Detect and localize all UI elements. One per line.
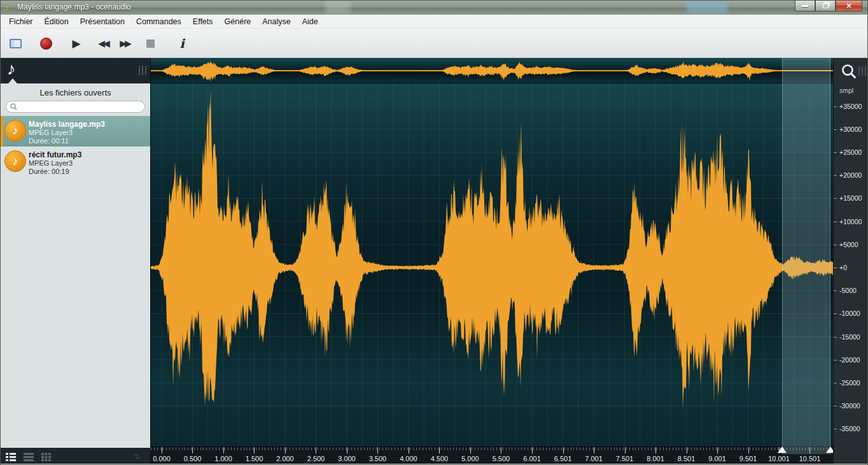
forward-icon: ▶▶ [120,39,130,48]
file-format: MPEG Layer3 [29,129,148,137]
play-icon: ▶ [72,38,80,49]
axis-tick-mark [834,129,837,130]
restore-button[interactable] [815,1,836,11]
sort-icon[interactable]: ⇅ [134,453,140,461]
axis-tick-label: -25000 [839,379,860,387]
play-button[interactable]: ▶ [68,35,85,52]
search-icon [10,103,17,110]
list-view-icon[interactable] [24,453,34,461]
selection-handle-left[interactable] [778,447,787,453]
axis-tick-label: +0 [839,264,847,271]
file-list: ♪Mayliss langage.mp3MPEG Layer3Durée: 00… [1,116,150,177]
axis-tick-label: -5000 [839,287,857,294]
selection-region[interactable] [782,58,831,454]
audio-file-icon: ♪ [4,150,26,172]
rewind-icon: ◀◀ [98,39,108,48]
music-note-icon[interactable]: ♪ [7,59,16,79]
ruler-time-label: 0.000 [153,455,171,462]
axis-tick-label: +10000 [839,218,862,225]
ruler-time-label: 9.001 [708,455,726,462]
overview-waveform [151,58,833,83]
file-item[interactable]: ♪récit futur.mp3MPEG Layer3Durée: 00:19 [1,147,150,177]
menu-item-analyse[interactable]: Analyse [256,15,296,28]
axis-tick-mark [834,106,837,107]
menu-item-présentation[interactable]: Présentation [74,15,130,28]
ruler-major-tick [192,447,193,454]
ruler-time-label: 4.000 [400,455,417,462]
stop-button[interactable] [142,35,158,52]
minimize-icon [802,5,808,7]
ruler-time-label: 8.001 [647,455,664,462]
axis-tick-label: -15000 [839,333,860,341]
ruler-major-tick [563,447,564,454]
axis-tick-label: -30000 [839,402,860,410]
ruler-major-tick [409,447,409,454]
sidebar-drag-grip[interactable] [139,66,146,75]
ruler-time-label: 7.001 [585,455,603,462]
axis-tick-mark [834,222,837,222]
ruler-major-tick [377,447,378,454]
grid-view-icon[interactable] [41,453,51,461]
file-duration: Durée: 00:11 [29,137,148,145]
ruler-major-tick [501,447,501,454]
sample-axis-panel[interactable]: smpl +35000+30000+25000+20000+15000+1000… [833,58,868,465]
time-ruler[interactable]: 0.0000.5001.0001.5002.0002.5003.0003.500… [151,447,833,465]
file-item[interactable]: ♪Mayliss langage.mp3MPEG Layer3Durée: 00… [1,116,150,147]
selection-tool-button[interactable] [7,35,24,52]
ruler-time-label: 3.000 [338,455,356,462]
axis-tick-mark [834,175,837,176]
toolbar: ▶ ◀◀ ▶▶ i -00:00 11.012 hr min sec 22050… [1,29,867,58]
forward-button[interactable]: ▶▶ [116,35,133,52]
restore-icon [823,3,829,8]
minimize-button[interactable] [795,1,815,11]
axis-tick-mark [834,245,837,245]
ruler-time-label: 9.501 [739,455,757,462]
ruler-time-label: 6.001 [523,455,541,462]
audio-file-icon: ♪ [4,120,26,141]
axis-tick-mark [834,406,837,406]
ruler-time-label: 2.000 [276,455,294,462]
axis-tick-label: -20000 [839,356,860,364]
close-button[interactable]: ✕ [836,1,862,11]
axis-tick-label: +20000 [839,171,862,179]
ruler-time-label: 7.501 [616,455,634,462]
axis-tick-mark [834,152,837,153]
ruler-major-tick [655,447,656,454]
sidebar-footer: ⇅ [1,448,150,465]
menu-item-édition[interactable]: Édition [39,15,74,28]
menu-item-génére[interactable]: Génére [219,15,257,28]
title-bar[interactable]: ♪ Mayliss langage.mp3 - ocenaudio ✕ [1,1,867,15]
record-icon [40,38,52,50]
axis-tick-label: +15000 [839,194,862,202]
rewind-button[interactable]: ◀◀ [95,35,111,52]
waveform-overview[interactable] [151,58,833,83]
axis-panel-grip[interactable] [858,66,866,76]
axis-tick-mark [834,360,837,361]
record-button[interactable] [38,35,54,52]
axis-tick-label: +30000 [839,125,862,133]
axis-tick-mark [834,268,837,268]
axis-tick-label: -10000 [839,310,860,317]
waveform-view[interactable] [151,83,833,447]
search-input[interactable] [20,103,144,111]
file-search-box[interactable] [6,101,145,113]
detail-view-icon[interactable] [6,453,16,461]
menu-item-fichier[interactable]: Fichier [3,15,39,28]
menu-item-effets[interactable]: Effets [187,15,219,28]
axis-tick-mark [834,198,837,199]
menu-item-aide[interactable]: Aide [297,15,324,28]
sample-axis-unit: smpl [839,87,853,94]
close-icon: ✕ [846,3,851,10]
info-icon: i [179,36,184,50]
ruler-major-tick [532,447,533,454]
axis-tick-mark [834,290,837,291]
ruler-time-label: 1.500 [246,455,263,462]
axis-tick-mark [834,337,837,338]
ruler-time-label: 4.500 [431,455,449,462]
zoom-icon[interactable] [841,63,857,80]
info-button[interactable]: i [174,35,190,52]
ruler-major-tick [285,447,286,454]
ruler-time-label: 8.501 [678,455,696,462]
menu-item-commandes[interactable]: Commandes [130,15,187,28]
panel-title: Les fichiers ouverts [1,88,150,97]
